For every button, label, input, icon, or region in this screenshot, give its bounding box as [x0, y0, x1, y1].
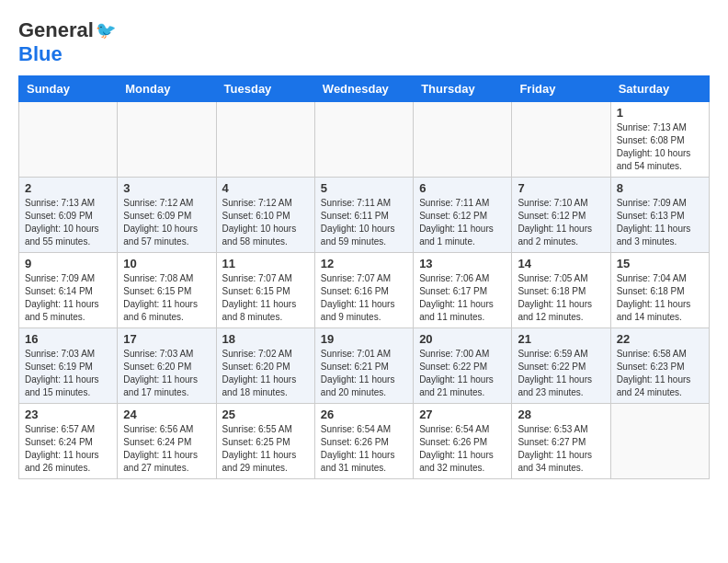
day-number: 24 [123, 408, 210, 421]
day-info: Sunrise: 7:11 AM Sunset: 6:11 PM Dayligh… [321, 197, 407, 248]
logo-blue-text: Blue [18, 42, 63, 66]
day-number: 9 [25, 257, 111, 270]
calendar-day-cell: 15Sunrise: 7:04 AM Sunset: 6:18 PM Dayli… [610, 253, 709, 328]
calendar-header-row: SundayMondayTuesdayWednesdayThursdayFrid… [19, 76, 710, 102]
calendar-day-cell: 23Sunrise: 6:57 AM Sunset: 6:24 PM Dayli… [19, 404, 118, 479]
calendar-day-cell [414, 102, 512, 178]
calendar-day-cell: 1Sunrise: 7:13 AM Sunset: 6:08 PM Daylig… [610, 102, 709, 178]
day-info: Sunrise: 6:53 AM Sunset: 6:27 PM Dayligh… [518, 423, 604, 475]
day-info: Sunrise: 7:12 AM Sunset: 6:09 PM Dayligh… [123, 197, 210, 248]
calendar-day-cell: 11Sunrise: 7:07 AM Sunset: 6:15 PM Dayli… [216, 253, 314, 328]
calendar-day-cell: 24Sunrise: 6:56 AM Sunset: 6:24 PM Dayli… [118, 404, 216, 479]
day-number: 20 [419, 332, 506, 346]
calendar-header-thursday: Thursday [414, 76, 512, 102]
day-number: 10 [123, 257, 210, 270]
day-number: 8 [617, 181, 703, 195]
calendar-day-cell: 28Sunrise: 6:53 AM Sunset: 6:27 PM Dayli… [512, 404, 610, 479]
day-info: Sunrise: 7:13 AM Sunset: 6:09 PM Dayligh… [25, 197, 111, 248]
day-number: 15 [617, 257, 703, 270]
calendar-day-cell: 5Sunrise: 7:11 AM Sunset: 6:11 PM Daylig… [314, 178, 413, 253]
day-number: 16 [25, 332, 111, 346]
calendar-header-sunday: Sunday [19, 76, 118, 102]
logo-bird-icon: 🐦 [96, 20, 116, 40]
calendar-day-cell: 14Sunrise: 7:05 AM Sunset: 6:18 PM Dayli… [512, 253, 610, 328]
day-info: Sunrise: 7:01 AM Sunset: 6:21 PM Dayligh… [321, 348, 407, 399]
calendar-day-cell: 19Sunrise: 7:01 AM Sunset: 6:21 PM Dayli… [314, 328, 413, 404]
day-number: 17 [123, 332, 210, 346]
calendar-day-cell [19, 102, 118, 178]
calendar-day-cell: 26Sunrise: 6:54 AM Sunset: 6:26 PM Dayli… [314, 404, 413, 479]
day-number: 4 [222, 181, 309, 195]
logo-general-text: General [18, 18, 94, 42]
day-info: Sunrise: 7:00 AM Sunset: 6:22 PM Dayligh… [419, 348, 506, 399]
day-info: Sunrise: 7:03 AM Sunset: 6:19 PM Dayligh… [25, 348, 111, 399]
day-info: Sunrise: 6:55 AM Sunset: 6:25 PM Dayligh… [222, 423, 309, 475]
calendar-week-row: 2Sunrise: 7:13 AM Sunset: 6:09 PM Daylig… [19, 178, 710, 253]
calendar-week-row: 16Sunrise: 7:03 AM Sunset: 6:19 PM Dayli… [19, 328, 710, 404]
day-info: Sunrise: 7:11 AM Sunset: 6:12 PM Dayligh… [419, 197, 506, 248]
day-info: Sunrise: 7:12 AM Sunset: 6:10 PM Dayligh… [222, 197, 309, 248]
calendar-day-cell [610, 404, 709, 479]
calendar-day-cell [118, 102, 216, 178]
day-number: 14 [518, 257, 604, 270]
calendar-week-row: 1Sunrise: 7:13 AM Sunset: 6:08 PM Daylig… [19, 102, 710, 178]
day-info: Sunrise: 7:08 AM Sunset: 6:15 PM Dayligh… [123, 272, 210, 324]
day-info: Sunrise: 7:05 AM Sunset: 6:18 PM Dayligh… [518, 272, 604, 324]
day-info: Sunrise: 7:03 AM Sunset: 6:20 PM Dayligh… [123, 348, 210, 399]
day-number: 3 [123, 181, 210, 195]
day-info: Sunrise: 6:54 AM Sunset: 6:26 PM Dayligh… [419, 423, 506, 475]
calendar-day-cell [314, 102, 413, 178]
calendar-day-cell: 27Sunrise: 6:54 AM Sunset: 6:26 PM Dayli… [414, 404, 512, 479]
day-info: Sunrise: 7:07 AM Sunset: 6:16 PM Dayligh… [321, 272, 407, 324]
day-number: 19 [321, 332, 407, 346]
day-info: Sunrise: 7:06 AM Sunset: 6:17 PM Dayligh… [419, 272, 506, 324]
calendar-day-cell: 25Sunrise: 6:55 AM Sunset: 6:25 PM Dayli… [216, 404, 314, 479]
day-info: Sunrise: 7:13 AM Sunset: 6:08 PM Dayligh… [617, 121, 703, 173]
day-number: 27 [419, 408, 506, 421]
calendar-day-cell: 8Sunrise: 7:09 AM Sunset: 6:13 PM Daylig… [610, 178, 709, 253]
day-info: Sunrise: 7:10 AM Sunset: 6:12 PM Dayligh… [518, 197, 604, 248]
page-header: General 🐦 Blue [18, 18, 710, 66]
calendar-day-cell: 18Sunrise: 7:02 AM Sunset: 6:20 PM Dayli… [216, 328, 314, 404]
day-number: 25 [222, 408, 309, 421]
calendar-week-row: 23Sunrise: 6:57 AM Sunset: 6:24 PM Dayli… [19, 404, 710, 479]
day-number: 1 [617, 106, 703, 120]
calendar-header-saturday: Saturday [610, 76, 709, 102]
day-info: Sunrise: 7:09 AM Sunset: 6:14 PM Dayligh… [25, 272, 111, 324]
calendar-day-cell: 16Sunrise: 7:03 AM Sunset: 6:19 PM Dayli… [19, 328, 118, 404]
day-number: 28 [518, 408, 604, 421]
logo: General 🐦 Blue [18, 18, 116, 66]
day-info: Sunrise: 7:09 AM Sunset: 6:13 PM Dayligh… [617, 197, 703, 248]
calendar-day-cell: 9Sunrise: 7:09 AM Sunset: 6:14 PM Daylig… [19, 253, 118, 328]
day-info: Sunrise: 6:56 AM Sunset: 6:24 PM Dayligh… [123, 423, 210, 475]
calendar-week-row: 9Sunrise: 7:09 AM Sunset: 6:14 PM Daylig… [19, 253, 710, 328]
calendar-header-wednesday: Wednesday [314, 76, 413, 102]
calendar-day-cell [216, 102, 314, 178]
calendar-header-friday: Friday [512, 76, 610, 102]
calendar-day-cell: 7Sunrise: 7:10 AM Sunset: 6:12 PM Daylig… [512, 178, 610, 253]
calendar-day-cell: 22Sunrise: 6:58 AM Sunset: 6:23 PM Dayli… [610, 328, 709, 404]
day-info: Sunrise: 7:02 AM Sunset: 6:20 PM Dayligh… [222, 348, 309, 399]
calendar-day-cell: 3Sunrise: 7:12 AM Sunset: 6:09 PM Daylig… [118, 178, 216, 253]
day-info: Sunrise: 6:54 AM Sunset: 6:26 PM Dayligh… [321, 423, 407, 475]
day-number: 21 [518, 332, 604, 346]
calendar-header-tuesday: Tuesday [216, 76, 314, 102]
day-number: 22 [617, 332, 703, 346]
calendar-day-cell: 6Sunrise: 7:11 AM Sunset: 6:12 PM Daylig… [414, 178, 512, 253]
day-number: 12 [321, 257, 407, 270]
calendar-day-cell: 10Sunrise: 7:08 AM Sunset: 6:15 PM Dayli… [118, 253, 216, 328]
calendar-day-cell: 13Sunrise: 7:06 AM Sunset: 6:17 PM Dayli… [414, 253, 512, 328]
day-number: 11 [222, 257, 309, 270]
day-info: Sunrise: 7:07 AM Sunset: 6:15 PM Dayligh… [222, 272, 309, 324]
day-info: Sunrise: 6:59 AM Sunset: 6:22 PM Dayligh… [518, 348, 604, 399]
calendar-day-cell [512, 102, 610, 178]
day-info: Sunrise: 7:04 AM Sunset: 6:18 PM Dayligh… [617, 272, 703, 324]
calendar-day-cell: 12Sunrise: 7:07 AM Sunset: 6:16 PM Dayli… [314, 253, 413, 328]
day-number: 2 [25, 181, 111, 195]
calendar-table: SundayMondayTuesdayWednesdayThursdayFrid… [18, 75, 710, 479]
calendar-day-cell: 17Sunrise: 7:03 AM Sunset: 6:20 PM Dayli… [118, 328, 216, 404]
calendar-header-monday: Monday [118, 76, 216, 102]
day-info: Sunrise: 6:58 AM Sunset: 6:23 PM Dayligh… [617, 348, 703, 399]
day-number: 23 [25, 408, 111, 421]
day-number: 13 [419, 257, 506, 270]
